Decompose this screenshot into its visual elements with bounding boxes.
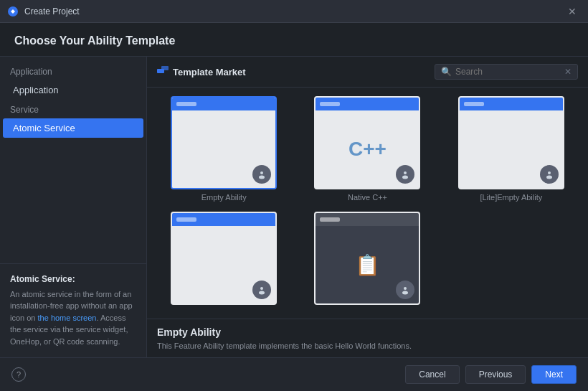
cancel-button[interactable]: Cancel	[405, 365, 459, 384]
description-text: An atomic service in the form of an inst…	[10, 288, 136, 348]
selected-template-desc: This Feature Ability template implements…	[157, 341, 578, 352]
preview-body-lite	[460, 110, 563, 188]
svg-point-3	[260, 171, 263, 174]
template-card-empty-ability[interactable]: Empty Ability	[157, 96, 290, 202]
svg-point-11	[404, 287, 407, 290]
help-icon[interactable]: ?	[11, 367, 26, 382]
template-card-service[interactable]: 📋	[300, 212, 434, 308]
preview-badge-2	[252, 281, 271, 299]
preview-topbar-cpp	[316, 98, 419, 110]
content-area: Application Application Service Atomic S…	[0, 57, 588, 357]
market-icon	[157, 66, 169, 78]
selected-template-name: Empty Ability	[157, 326, 578, 338]
svg-point-5	[404, 171, 407, 174]
topbar-dot	[320, 217, 340, 222]
close-button[interactable]: ✕	[564, 4, 581, 19]
sidebar-item-application[interactable]: Application	[3, 80, 143, 100]
preview-badge	[252, 165, 271, 184]
previous-button[interactable]: Previous	[465, 365, 526, 384]
topbar-dot	[464, 102, 484, 106]
market-header: Template Market 🔍 ✕	[147, 57, 588, 88]
svg-rect-2	[161, 66, 169, 70]
template-card-empty-ability-2[interactable]	[157, 212, 290, 308]
template-name-empty-ability: Empty Ability	[201, 193, 247, 202]
svg-point-10	[259, 291, 265, 295]
cpp-text: C++	[348, 138, 387, 161]
right-panel: Template Market 🔍 ✕	[147, 57, 588, 357]
svg-point-7	[548, 171, 551, 174]
template-preview-lite	[458, 96, 564, 189]
sidebar-section-application: Application	[0, 62, 146, 80]
topbar-dot	[176, 102, 196, 106]
preview-body-cpp: C++	[316, 110, 419, 188]
svg-point-9	[260, 287, 263, 290]
svg-point-6	[402, 176, 408, 179]
button-group: Cancel Previous Next	[405, 365, 577, 384]
preview-body	[172, 110, 275, 188]
dialog-heading: Choose Your Ability Template	[0, 23, 588, 57]
sidebar: Application Application Service Atomic S…	[0, 57, 147, 357]
title-bar: Create Project ✕	[0, 0, 588, 23]
template-name-native-cpp: Native C++	[348, 193, 387, 202]
template-card-native-cpp[interactable]: C++ Native C++	[300, 96, 434, 202]
topbar-dot	[176, 217, 196, 222]
preview-topbar-service	[316, 213, 419, 226]
preview-badge-cpp	[396, 165, 414, 184]
template-card-lite-empty-ability[interactable]: [Lite]Empty Ability	[445, 96, 578, 202]
svg-point-4	[259, 176, 265, 179]
next-button[interactable]: Next	[531, 365, 577, 384]
search-clear-icon[interactable]: ✕	[564, 67, 572, 77]
sidebar-item-atomic-service[interactable]: Atomic Service	[3, 118, 143, 138]
svg-point-8	[546, 176, 552, 179]
market-title: Template Market	[173, 67, 246, 77]
description-link[interactable]: the home screen	[38, 314, 97, 322]
svg-point-12	[402, 291, 408, 295]
template-preview-service: 📋	[314, 212, 420, 305]
app-icon	[7, 6, 19, 17]
title-bar-text: Create Project	[24, 6, 564, 17]
template-preview-empty-ability	[171, 96, 277, 189]
preview-topbar	[172, 98, 275, 110]
selected-info: Empty Ability This Feature Ability templ…	[147, 319, 588, 357]
template-preview-empty-ability-2	[171, 212, 277, 305]
bottom-bar: ? Cancel Previous Next	[0, 357, 588, 391]
preview-badge-lite	[540, 165, 559, 184]
templates-grid: Empty Ability C++	[147, 88, 588, 319]
template-name-lite: [Lite]Empty Ability	[480, 193, 542, 202]
preview-topbar-lite	[460, 98, 563, 110]
preview-topbar-2	[172, 213, 275, 226]
preview-body-service: 📋	[316, 226, 419, 303]
dialog: Choose Your Ability Template Application…	[0, 23, 588, 391]
preview-body-2	[172, 226, 275, 303]
search-icon: 🔍	[441, 67, 452, 77]
description-box: Atomic Service: An atomic service in the…	[0, 263, 146, 358]
phone-icon: 📋	[355, 253, 380, 277]
description-title: Atomic Service:	[10, 274, 136, 284]
sidebar-section-service: Service	[0, 100, 146, 118]
topbar-dot	[320, 102, 340, 106]
search-input[interactable]	[455, 67, 564, 77]
preview-badge-service	[396, 281, 414, 299]
search-box[interactable]: 🔍 ✕	[435, 64, 578, 80]
template-preview-native-cpp: C++	[314, 96, 420, 189]
market-title-wrap: Template Market	[157, 66, 427, 78]
